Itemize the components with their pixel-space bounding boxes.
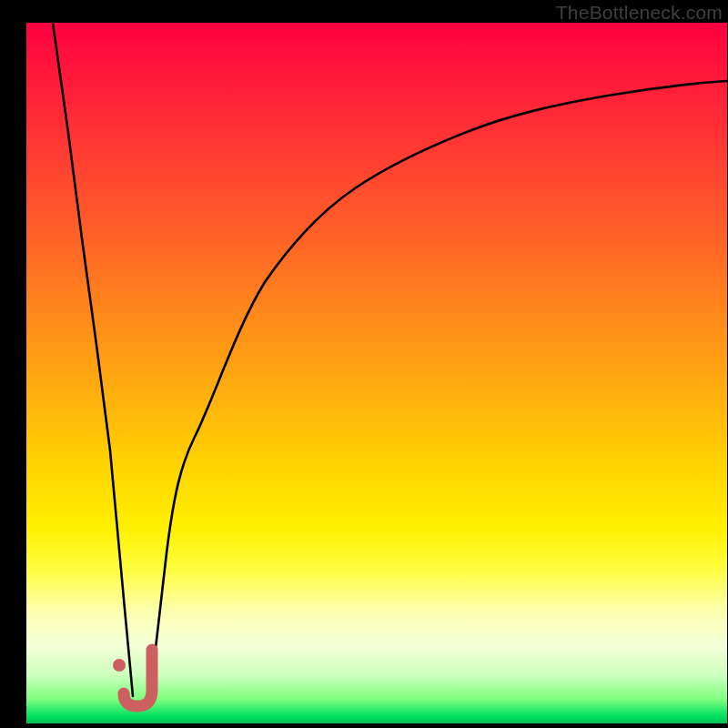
chart-frame: TheBottleneck.com [0,0,728,728]
chart-svg [0,0,728,728]
j-marker [124,650,152,706]
curve-right-branch [149,81,727,703]
curve-left-branch [53,23,133,696]
j-marker-dot [113,659,126,672]
